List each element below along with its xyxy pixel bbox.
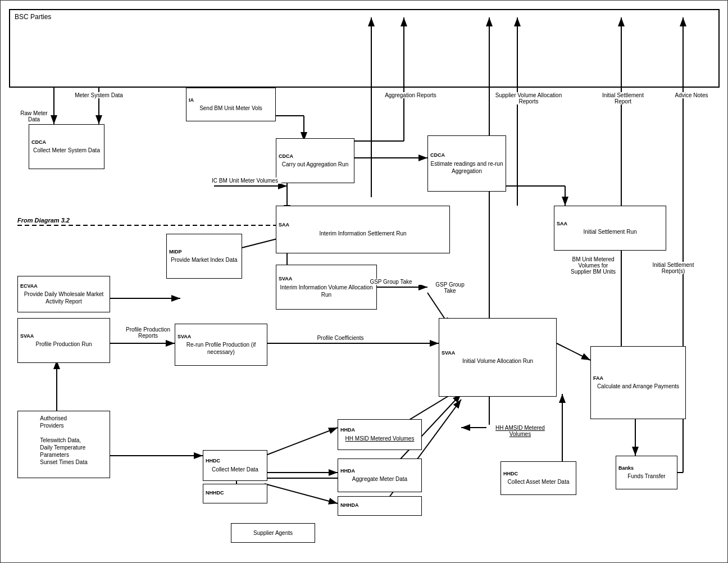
faa-box: FAA Calculate and Arrange Payments bbox=[590, 346, 686, 419]
profile-coefficients-label: Profile Coefficients bbox=[304, 335, 377, 341]
ia-send-box: IA Send BM Unit Meter Vols bbox=[186, 88, 276, 121]
hhda-hh-msid-tag: HHDA bbox=[340, 427, 355, 434]
nhhdc-tag: NHHDC bbox=[206, 490, 224, 497]
hhdc-collect-asset-text: Collect Asset Meter Data bbox=[507, 478, 569, 485]
auth-providers-box: Authorised Providers Teleswitch Data, Da… bbox=[17, 411, 110, 478]
svg-line-36 bbox=[557, 343, 590, 360]
supplier-volume-alloc-label: Supplier Volume Allocation Reports bbox=[495, 92, 562, 105]
svaa-profile-box: SVAA Profile Production Run bbox=[17, 318, 110, 363]
cdca-collect-box: CDCA Collect Meter System Data bbox=[29, 124, 104, 169]
banks-box: Banks Funds Transfer bbox=[616, 456, 677, 489]
svaa-rerun-box: SVAA Re-run Profile Production (if neces… bbox=[175, 324, 267, 366]
hhdc-collect-text: Collect Meter Data bbox=[212, 466, 258, 473]
profile-production-reports-label: Profile Production Reports bbox=[121, 326, 175, 339]
hhdc-collect-asset-tag: HHDC bbox=[503, 471, 518, 478]
hhdc-collect-tag: HHDC bbox=[206, 458, 220, 465]
cdca-carry-box: CDCA Carry out Aggregation Run bbox=[276, 138, 354, 183]
ic-bm-unit-label: IC BM Unit Meter Volumes bbox=[208, 178, 281, 184]
cdca-carry-tag: CDCA bbox=[279, 153, 293, 160]
svaa-rerun-text: Re-run Profile Production (if necessary) bbox=[178, 341, 265, 356]
nhhda-box: NHHDA bbox=[338, 496, 422, 516]
hhda-aggregate-box: HHDA Aggregate Meter Data bbox=[338, 458, 422, 492]
raw-meter-label: Raw Meter Data bbox=[19, 110, 49, 122]
meter-system-label: Meter System Data bbox=[65, 92, 133, 98]
svaa-profile-tag: SVAA bbox=[20, 333, 34, 340]
supplier-agents-text: Supplier Agents bbox=[253, 529, 293, 537]
ia-send-text: Send BM Unit Meter Vols bbox=[199, 105, 262, 112]
ia-send-tag: IA bbox=[189, 97, 194, 104]
bsc-parties-label: BSC Parties bbox=[15, 13, 51, 21]
nhhda-tag: NHHDA bbox=[340, 502, 359, 509]
ecvaa-tag: ECVAA bbox=[20, 283, 38, 290]
cdca-collect-text: Collect Meter System Data bbox=[33, 147, 100, 154]
bsc-parties-border bbox=[9, 9, 720, 88]
gsp-group-take-interim-label: GSP Group Take bbox=[360, 279, 422, 285]
svaa-initial-vol-tag: SVAA bbox=[442, 350, 455, 357]
saa-initial-text: Initial Settlement Run bbox=[583, 228, 636, 235]
hhdc-collect-box: HHDC Collect Meter Data bbox=[203, 450, 267, 481]
from-diagram-label: From Diagram 3.2 bbox=[17, 217, 70, 224]
supplier-agents-box: Supplier Agents bbox=[231, 523, 315, 543]
midp-tag: MIDP bbox=[169, 249, 182, 256]
ecvaa-text: Provide Daily Wholesale Market Activity … bbox=[20, 290, 107, 305]
faa-tag: FAA bbox=[593, 375, 603, 382]
svg-line-50 bbox=[265, 484, 338, 503]
hhda-hh-msid-text: HH MSID Metered Volumes bbox=[345, 435, 415, 442]
cdca-collect-tag: CDCA bbox=[31, 139, 46, 146]
saa-interim-text: Interim Information Settlement Run bbox=[319, 230, 406, 237]
saa-initial-tag: SAA bbox=[557, 221, 567, 228]
hhda-hh-msid-box: HHDA HH MSID Metered Volumes bbox=[338, 419, 422, 450]
initial-settlement-reports-label: Initial Settlement Report(s) bbox=[649, 262, 697, 274]
svaa-interim-vol-box: SVAA Interim Information Volume Allocati… bbox=[276, 265, 377, 310]
aggregation-reports-label: Aggregation Reports bbox=[383, 92, 439, 98]
svaa-interim-vol-text: Interim Information Volume Allocation Ru… bbox=[279, 284, 374, 298]
hhda-aggregate-text: Aggregate Meter Data bbox=[352, 475, 407, 483]
svaa-rerun-tag: SVAA bbox=[178, 334, 191, 340]
banks-text: Funds Transfer bbox=[627, 473, 665, 480]
saa-interim-box: SAA Interim Information Settlement Run bbox=[276, 206, 450, 253]
svaa-profile-text: Profile Production Run bbox=[35, 340, 92, 348]
bm-unit-metered-label: BM Unit Metered Volumes for Supplier BM … bbox=[568, 256, 618, 275]
auth-providers-text: Authorised Providers Teleswitch Data, Da… bbox=[40, 415, 87, 466]
midp-text: Provide Market Index Data bbox=[171, 256, 237, 264]
hhdc-collect-asset-box: HHDC Collect Asset Meter Data bbox=[501, 461, 576, 495]
cdca-estimate-box: CDCA Estimate readings and re-run Aggreg… bbox=[427, 135, 506, 192]
initial-settlement-report-label: Initial Settlement Report bbox=[600, 92, 645, 105]
cdca-carry-text: Carry out Aggregation Run bbox=[282, 161, 348, 168]
svaa-interim-vol-tag: SVAA bbox=[279, 276, 292, 283]
saa-initial-box: SAA Initial Settlement Run bbox=[554, 206, 666, 251]
hhda-aggregate-tag: HHDA bbox=[340, 468, 355, 475]
diagram-container: BSC Parties bbox=[0, 0, 728, 563]
svaa-initial-vol-text: Initial Volume Allocation Run bbox=[462, 357, 533, 365]
gsp-group-take-label: GSP Group Take bbox=[433, 282, 467, 294]
svg-line-48 bbox=[265, 428, 338, 456]
ecvaa-box: ECVAA Provide Daily Wholesale Market Act… bbox=[17, 276, 110, 312]
nhhdc-box: NHHDC bbox=[203, 484, 267, 503]
svaa-initial-vol-box: SVAA Initial Volume Allocation Run bbox=[439, 318, 557, 397]
cdca-estimate-tag: CDCA bbox=[430, 152, 445, 159]
saa-interim-tag: SAA bbox=[279, 222, 289, 229]
advice-notes-label: Advice Notes bbox=[672, 92, 711, 98]
banks-tag: Banks bbox=[618, 465, 634, 472]
hh-amsid-label: HH AMSID Metered Volumes bbox=[486, 425, 554, 437]
faa-text: Calculate and Arrange Payments bbox=[597, 383, 679, 390]
midp-box: MIDP Provide Market Index Data bbox=[166, 234, 242, 279]
cdca-estimate-text: Estimate readings and re-run Aggregation bbox=[430, 160, 503, 175]
